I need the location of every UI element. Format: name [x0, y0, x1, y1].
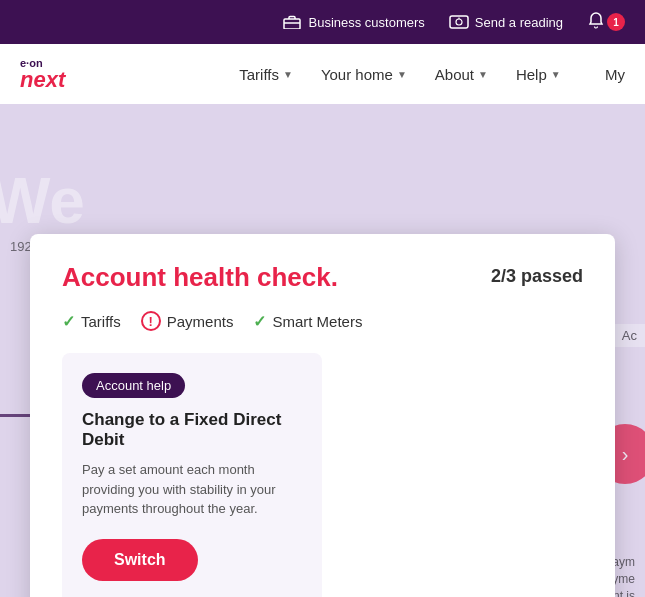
- nav-about[interactable]: About ▼: [421, 44, 502, 104]
- briefcase-icon: [282, 14, 302, 30]
- my-label: My: [605, 66, 625, 83]
- smart-meters-check-label: Smart Meters: [272, 313, 362, 330]
- tariffs-check-label: Tariffs: [81, 313, 121, 330]
- send-reading-link[interactable]: Send a reading: [449, 14, 563, 30]
- about-label: About: [435, 66, 474, 83]
- tariffs-check-icon: ✓: [62, 312, 75, 331]
- bell-icon: [587, 11, 605, 33]
- modal-checks: ✓ Tariffs ! Payments ✓ Smart Meters: [62, 311, 583, 331]
- business-customers-label: Business customers: [308, 15, 424, 30]
- payments-check-label: Payments: [167, 313, 234, 330]
- card-badge: Account help: [82, 373, 185, 398]
- check-tariffs: ✓ Tariffs: [62, 312, 121, 331]
- check-smart-meters: ✓ Smart Meters: [253, 312, 362, 331]
- account-health-modal: Account health check. 2/3 passed ✓ Tarif…: [30, 234, 615, 597]
- notification-bell[interactable]: 1: [587, 11, 625, 33]
- check-payments: ! Payments: [141, 311, 234, 331]
- account-help-card: Account help Change to a Fixed Direct De…: [62, 353, 322, 597]
- svg-point-3: [456, 19, 462, 25]
- nav-help[interactable]: Help ▼: [502, 44, 575, 104]
- page-background: We 192 G Ac › t paym payme ment is s aft…: [0, 104, 645, 597]
- your-home-label: Your home: [321, 66, 393, 83]
- nav-my[interactable]: My: [605, 66, 625, 83]
- nav-items: Tariffs ▼ Your home ▼ About ▼ Help ▼: [225, 44, 605, 104]
- modal-passed: 2/3 passed: [491, 262, 583, 287]
- card-title: Change to a Fixed Direct Debit: [82, 410, 302, 450]
- about-chevron-icon: ▼: [478, 69, 488, 80]
- help-chevron-icon: ▼: [551, 69, 561, 80]
- nav-tariffs[interactable]: Tariffs ▼: [225, 44, 307, 104]
- svg-rect-0: [284, 19, 300, 29]
- top-bar: Business customers Send a reading 1: [0, 0, 645, 44]
- modal-title: Account health check.: [62, 262, 338, 293]
- card-description: Pay a set amount each month providing yo…: [82, 460, 302, 519]
- help-label: Help: [516, 66, 547, 83]
- nav-bar: e·on next Tariffs ▼ Your home ▼ About ▼ …: [0, 44, 645, 104]
- smart-meters-check-icon: ✓: [253, 312, 266, 331]
- logo-next-text: next: [20, 69, 65, 91]
- notification-count: 1: [607, 13, 625, 31]
- modal-header: Account health check. 2/3 passed: [62, 262, 583, 293]
- nav-your-home[interactable]: Your home ▼: [307, 44, 421, 104]
- payments-warning-icon: !: [141, 311, 161, 331]
- business-customers-link[interactable]: Business customers: [282, 14, 424, 30]
- meter-icon: [449, 14, 469, 30]
- tariffs-chevron-icon: ▼: [283, 69, 293, 80]
- switch-button[interactable]: Switch: [82, 539, 198, 581]
- send-reading-label: Send a reading: [475, 15, 563, 30]
- your-home-chevron-icon: ▼: [397, 69, 407, 80]
- tariffs-label: Tariffs: [239, 66, 279, 83]
- logo[interactable]: e·on next: [20, 58, 65, 91]
